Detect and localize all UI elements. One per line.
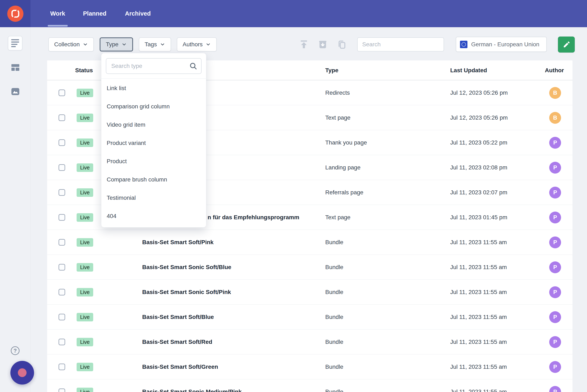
archive-button[interactable]	[318, 39, 328, 50]
user-beacon-button[interactable]	[10, 361, 34, 384]
row-checkbox[interactable]	[58, 189, 65, 196]
row-checkbox[interactable]	[58, 314, 65, 320]
row-checkbox[interactable]	[58, 388, 65, 392]
document-type: Redirects	[325, 90, 350, 96]
new-document-button[interactable]	[558, 36, 575, 52]
app-logo[interactable]	[7, 6, 23, 22]
document-name-link[interactable]: Basis-Set Smart Sonic Soft/Blue	[142, 264, 231, 270]
status-badge: Live	[76, 188, 93, 197]
status-badge: Live	[76, 114, 93, 122]
document-type: Bundle	[325, 314, 343, 320]
status-badge: Live	[76, 164, 93, 172]
tags-filter-button[interactable]: Tags	[139, 37, 171, 52]
row-checkbox[interactable]	[58, 164, 65, 171]
copy-icon	[337, 39, 346, 50]
status-badge: Live	[76, 263, 93, 272]
type-option[interactable]: Product	[101, 152, 206, 170]
type-options-list: Link listComparison grid columnVideo gri…	[101, 79, 206, 225]
search-input[interactable]	[357, 37, 444, 52]
document-name-link[interactable]: Basis-Set Smart Soft/Pink	[142, 239, 214, 246]
last-updated-value: Jul 11, 2023 11:55 am	[450, 364, 507, 370]
author-avatar: P	[549, 361, 561, 373]
tab-work[interactable]: Work	[50, 0, 65, 27]
row-checkbox[interactable]	[58, 139, 65, 146]
tab-archived[interactable]: Archived	[125, 0, 151, 27]
document-name-link[interactable]: Basis-Set Smart Sonic Soft/Pink	[142, 289, 231, 296]
author-avatar: P	[549, 386, 561, 392]
status-badge: Live	[76, 89, 93, 97]
type-option[interactable]: 404	[101, 207, 206, 225]
table-row: Live Basis-Set Smart Sonic Medium/Pink B…	[47, 379, 573, 392]
tab-planned[interactable]: Planned	[83, 0, 106, 27]
type-option[interactable]: Video grid item	[101, 116, 206, 134]
language-label: German - European Union	[471, 41, 539, 48]
type-option[interactable]: Product variant	[101, 134, 206, 152]
row-checkbox[interactable]	[58, 339, 65, 345]
last-updated-value: Jul 12, 2023 05:26 pm	[450, 90, 508, 96]
sidebar-item-documents[interactable]	[8, 36, 22, 50]
status-badge: Live	[76, 388, 93, 392]
document-type: Text page	[325, 214, 350, 221]
table-row: Live Basis-Set Smart Sonic Soft/Blue Bun…	[47, 255, 573, 280]
document-type: Thank you page	[325, 139, 367, 146]
bulk-actions	[299, 39, 356, 50]
author-avatar: P	[549, 187, 561, 198]
type-column-header: Type	[325, 60, 338, 80]
document-type: Landing page	[325, 164, 361, 171]
table-row: Live Basis-Set Smart Soft/Blue Bundle Ju…	[47, 304, 573, 330]
type-dropdown-panel: Link listComparison grid columnVideo gri…	[101, 53, 206, 228]
document-name-link[interactable]: Basis-Set Smart Soft/Red	[142, 339, 212, 345]
sidebar-item-media[interactable]	[11, 88, 19, 95]
row-checkbox[interactable]	[58, 289, 65, 296]
collection-filter-label: Collection	[54, 41, 80, 48]
document-name-link[interactable]: Basis-Set Smart Soft/Blue	[142, 314, 214, 320]
status-badge: Live	[76, 338, 93, 346]
authors-filter-button[interactable]: Authors	[177, 37, 217, 52]
sidebar	[0, 27, 30, 392]
row-checkbox[interactable]	[58, 239, 65, 246]
document-name-link[interactable]: Basis-Set Smart Sonic Medium/Pink	[142, 388, 242, 392]
last-updated-value: Jul 11, 2023 02:08 pm	[450, 164, 507, 171]
table-row: Live Basis-Set Smart Soft/Green Bundle J…	[47, 354, 573, 379]
filter-bar: Collection Type Tags Authors	[48, 37, 217, 52]
publish-button[interactable]	[299, 39, 309, 50]
row-checkbox[interactable]	[58, 264, 65, 270]
row-checkbox[interactable]	[58, 114, 65, 121]
row-checkbox[interactable]	[58, 214, 65, 221]
author-avatar: P	[549, 311, 561, 323]
document-type: Bundle	[325, 339, 343, 345]
search-icon	[189, 62, 197, 70]
chevron-down-icon	[160, 42, 165, 47]
language-selector[interactable]: German - European Union	[456, 37, 547, 52]
last-updated-value: Jul 11, 2023 11:55 am	[450, 264, 507, 270]
type-option[interactable]: Compare brush column	[101, 170, 206, 189]
status-column-header: Status	[75, 60, 93, 80]
last-updated-value: Jul 11, 2023 02:07 pm	[450, 189, 507, 196]
last-updated-value: Jul 11, 2023 11:55 am	[450, 314, 507, 320]
status-badge: Live	[76, 238, 93, 247]
author-avatar: B	[549, 87, 561, 99]
type-filter-button[interactable]: Type	[100, 37, 133, 52]
chevron-down-icon	[83, 42, 88, 47]
archive-icon	[318, 39, 328, 50]
sidebar-item-layout[interactable]	[11, 64, 19, 71]
type-option[interactable]: Comparison grid column	[101, 98, 206, 116]
document-type: Referrals page	[325, 189, 363, 196]
status-badge: Live	[76, 313, 93, 322]
type-option[interactable]: Link list	[101, 79, 206, 98]
type-option[interactable]: Testimonial	[101, 189, 206, 207]
document-name-link[interactable]: Basis-Set Smart Soft/Green	[142, 364, 218, 370]
authors-filter-label: Authors	[183, 41, 203, 48]
chevron-down-icon	[121, 42, 127, 47]
type-search-input[interactable]	[106, 58, 202, 74]
collection-filter-button[interactable]: Collection	[48, 37, 94, 52]
author-avatar: P	[549, 162, 561, 174]
last-updated-value: Jul 12, 2023 05:26 pm	[450, 114, 508, 121]
table-row: Live Basis-Set Smart Sonic Soft/Pink Bun…	[47, 280, 573, 304]
duplicate-button[interactable]	[337, 39, 346, 50]
help-button[interactable]: ?	[11, 346, 19, 355]
row-checkbox[interactable]	[58, 364, 65, 370]
author-avatar: P	[549, 212, 561, 224]
author-avatar: B	[549, 112, 561, 124]
row-checkbox[interactable]	[58, 90, 65, 96]
